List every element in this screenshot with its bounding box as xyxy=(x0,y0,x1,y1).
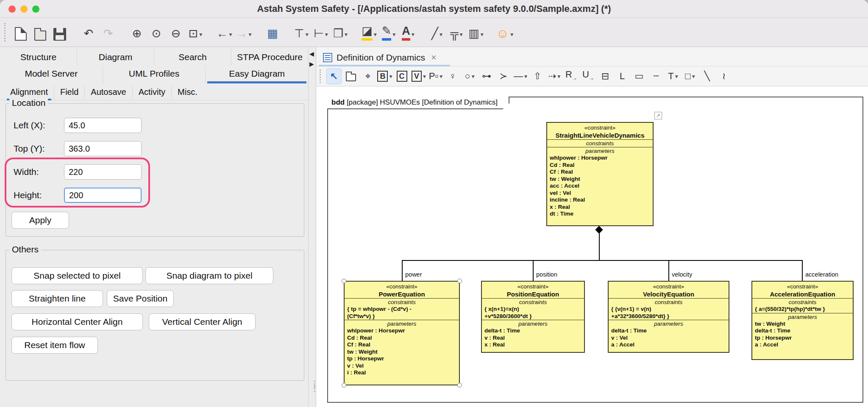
expand-right-icon[interactable]: ▶ xyxy=(309,61,314,67)
interface-icon[interactable]: ○▾ xyxy=(462,68,477,84)
diagram-tab-close-icon[interactable]: × xyxy=(431,52,437,63)
package-icon[interactable] xyxy=(343,68,359,84)
straighten-line-button[interactable]: Straighten line xyxy=(11,290,103,307)
top-y-input[interactable] xyxy=(64,141,142,156)
rect-icon-dropdown[interactable]: ▾ xyxy=(692,73,695,80)
dependency-icon[interactable]: ⇢▾ xyxy=(547,68,562,84)
back-icon[interactable]: ←▾ xyxy=(215,22,233,42)
required-interface-icon[interactable]: ≻ xyxy=(496,68,511,84)
fill-color-icon[interactable]: ◪▾ xyxy=(360,22,378,42)
part-icon[interactable]: ♀ xyxy=(445,68,460,84)
interface-icon-dropdown[interactable]: ▾ xyxy=(472,73,475,80)
selection-handle-top-right[interactable] xyxy=(457,279,462,283)
diagram-list-icon[interactable]: ▦ xyxy=(264,22,281,42)
subtab-misc[interactable]: Misc. xyxy=(172,85,203,100)
diagram-canvas[interactable]: bdd [package] HSUVMOEs [Definition of Dy… xyxy=(316,86,868,407)
subtab-field[interactable]: Field xyxy=(54,85,85,100)
arrange-icon-dropdown[interactable]: ▾ xyxy=(345,31,348,38)
hierarchy-icon[interactable]: ╦▾ xyxy=(448,22,465,42)
dependency-icon-dropdown[interactable]: ▾ xyxy=(557,73,560,80)
connector-drop-position[interactable] xyxy=(533,260,534,281)
provided-interface-icon[interactable]: ⊶ xyxy=(479,68,494,84)
font-color-icon[interactable]: A▾ xyxy=(399,22,417,42)
constraint-block-accelerationequation[interactable]: «constraint»AccelerationEquationconstrai… xyxy=(751,281,854,360)
redo-icon[interactable]: ↷ xyxy=(99,22,117,42)
freeline-icon[interactable]: ≀ xyxy=(716,68,732,84)
text-icon[interactable]: T▾ xyxy=(665,68,681,84)
subtab-activity[interactable]: Activity xyxy=(133,85,172,100)
selection-handle-bottom-right[interactable] xyxy=(457,383,462,388)
snap-selected-to-pixel-button[interactable]: Snap selected to pixel xyxy=(11,267,143,284)
association-icon[interactable]: —▾ xyxy=(513,68,528,84)
width-input[interactable] xyxy=(64,164,142,180)
text-box-icon[interactable]: ▭ xyxy=(632,68,647,84)
line-icon[interactable]: ╲ xyxy=(699,68,715,84)
connector-bus-line[interactable] xyxy=(402,260,802,261)
fill-color-icon-dropdown[interactable]: ▾ xyxy=(374,31,377,38)
realization-icon[interactable]: R xyxy=(564,68,579,84)
zoom-in-icon[interactable]: ⊕ xyxy=(128,22,146,42)
open-folder-icon[interactable] xyxy=(31,22,49,42)
left-x-input[interactable] xyxy=(64,118,142,133)
dots-icon[interactable]: ┄ xyxy=(648,68,664,84)
snap-diagram-to-pixel-button[interactable]: Snap diagram to pixel xyxy=(145,267,273,284)
open-in-new-icon[interactable]: ↗ xyxy=(654,112,662,119)
arrange-icon[interactable]: ❐▾ xyxy=(331,22,349,42)
association-icon-dropdown[interactable]: ▾ xyxy=(524,73,527,80)
forward-icon-dropdown[interactable]: ▾ xyxy=(248,31,251,38)
pin-icon[interactable]: ⌖ xyxy=(360,68,376,84)
align-horizontal-icon[interactable]: ⊢▾ xyxy=(312,22,330,42)
panel-splitter[interactable]: ◀ ▶ ⋮⋮ xyxy=(308,47,316,407)
vertical-center-align-button[interactable]: Vertical Center Align xyxy=(149,313,256,330)
value-type-icon-dropdown[interactable]: ▾ xyxy=(423,73,426,80)
horizontal-center-align-button[interactable]: Horizontal Center Align xyxy=(11,313,143,330)
rect-icon[interactable]: □▾ xyxy=(682,68,698,84)
port-icon[interactable]: P▫▾ xyxy=(428,68,443,84)
tab-stpa-procedure[interactable]: STPA Procedure xyxy=(231,49,308,66)
zoom-reset-icon[interactable]: ⊙ xyxy=(147,22,165,42)
line-style-icon-dropdown[interactable]: ▾ xyxy=(440,31,442,38)
tab-structure[interactable]: Structure xyxy=(0,49,77,66)
note-anchor-icon[interactable]: L xyxy=(615,68,630,84)
block-icon-dropdown[interactable]: ▾ xyxy=(389,73,392,80)
subtab-autosave[interactable]: Autosave xyxy=(85,85,132,100)
line-color-icon[interactable]: ✎▾ xyxy=(380,22,398,42)
align-horizontal-icon-dropdown[interactable]: ▾ xyxy=(325,31,328,38)
line-style-icon[interactable]: ╱▾ xyxy=(428,22,446,42)
text-icon-dropdown[interactable]: ▾ xyxy=(675,73,678,80)
diagram-tab[interactable]: Definition of Dynamics × xyxy=(319,49,441,66)
tab-easy-diagram[interactable]: Easy Diagram xyxy=(206,66,308,83)
tab-search[interactable]: Search xyxy=(154,49,231,66)
value-type-icon[interactable]: V▾ xyxy=(411,68,426,84)
save-position-button[interactable]: Save Position xyxy=(107,290,174,307)
tab-diagram[interactable]: Diagram xyxy=(77,49,154,66)
hierarchy-icon-dropdown[interactable]: ▾ xyxy=(460,31,463,38)
forward-icon[interactable]: →▾ xyxy=(235,22,253,42)
line-color-icon-dropdown[interactable]: ▾ xyxy=(392,31,395,38)
generalization-icon[interactable]: ⇧ xyxy=(530,68,545,84)
constraint-block-straightlinevehicledynamics[interactable]: «constraint»StraightLineVehicleDynamicsc… xyxy=(546,122,654,226)
constraint-block-velocityequation[interactable]: «constraint»VelocityEquationconstraints{… xyxy=(608,281,729,353)
block-icon[interactable]: B▾ xyxy=(377,68,392,84)
collapse-left-icon[interactable]: ◀ xyxy=(309,50,314,57)
undo-icon[interactable]: ↶ xyxy=(80,22,97,42)
tab-uml-profiles[interactable]: UML Profiles xyxy=(103,66,206,83)
align-vertical-icon[interactable]: ⊤▾ xyxy=(292,22,310,42)
emoji-icon-dropdown[interactable]: ▾ xyxy=(510,31,513,38)
tab-model-server[interactable]: Model Server xyxy=(0,66,103,83)
constraint-block-powerequation[interactable]: «constraint»PowerEquationconstraints{ tp… xyxy=(344,281,460,385)
layout-icon[interactable]: ▥▾ xyxy=(467,22,485,42)
diagram-toolbar-drag-handle[interactable] xyxy=(320,69,321,83)
fit-view-icon[interactable]: ⊡▾ xyxy=(186,22,204,42)
constraint-block-icon[interactable]: C xyxy=(394,68,409,84)
emoji-icon[interactable]: ☺▾ xyxy=(496,22,514,42)
reset-item-flow-button[interactable]: Reset item flow xyxy=(11,337,98,354)
apply-button[interactable]: Apply xyxy=(11,212,69,229)
new-file-icon[interactable] xyxy=(12,22,30,42)
fit-view-icon-dropdown[interactable]: ▾ xyxy=(199,31,202,38)
constraint-block-positionequation[interactable]: «constraint»PositionEquationconstraints{… xyxy=(481,281,585,353)
back-icon-dropdown[interactable]: ▾ xyxy=(229,31,232,38)
font-color-icon-dropdown[interactable]: ▾ xyxy=(412,31,415,38)
connector-drop-acceleration[interactable] xyxy=(802,260,803,281)
connector-drop-velocity[interactable] xyxy=(668,260,669,281)
